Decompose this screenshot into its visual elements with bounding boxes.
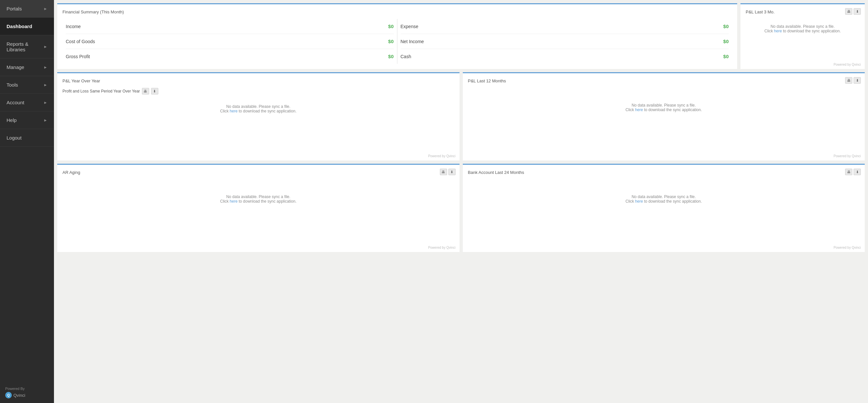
print-icon[interactable]: 🖶 bbox=[845, 169, 852, 175]
cash-value: $0 bbox=[723, 54, 729, 59]
bank-account-no-data: No data available. Please sync a file. C… bbox=[468, 195, 860, 204]
sidebar-item-help[interactable]: Help ► bbox=[0, 111, 54, 129]
pl-yoy-chart-label: Profit and Loss Same Period Year Over Ye… bbox=[62, 89, 140, 94]
sidebar-item-dashboard-label: Dashboard bbox=[6, 24, 32, 29]
chevron-right-icon: ► bbox=[43, 6, 48, 11]
row-3: AR Aging 🖶 ⬇ No data available. Please s… bbox=[57, 164, 865, 252]
income-row: Income $0 bbox=[66, 19, 394, 34]
sync-link-text: Click here to download the sync applicat… bbox=[746, 29, 860, 33]
pl-last-12mo-card: P&L Last 12 Months 🖶 ⬇ No data available… bbox=[463, 72, 865, 161]
pl-last-3mo-title: P&L Last 3 Mo. bbox=[746, 9, 860, 14]
sidebar: Portals ► Dashboard Reports & Libraries … bbox=[0, 0, 54, 403]
sidebar-item-reports-libraries[interactable]: Reports & Libraries ► bbox=[0, 35, 54, 59]
pl-last-3mo-powered-by: Powered by Qvinci bbox=[834, 63, 861, 66]
cash-row: Cash $0 bbox=[401, 49, 729, 64]
chevron-right-icon: ► bbox=[43, 118, 48, 123]
sidebar-item-tools[interactable]: Tools ► bbox=[0, 76, 54, 94]
pl-last-12mo-powered-by: Powered by Qvinci bbox=[834, 154, 861, 158]
no-data-text: No data available. Please sync a file. bbox=[62, 104, 454, 109]
bank-account-card: Bank Account Last 24 Months 🖶 ⬇ No data … bbox=[463, 164, 865, 252]
sidebar-item-account[interactable]: Account ► bbox=[0, 94, 54, 111]
print-icon[interactable]: 🖶 bbox=[845, 8, 852, 15]
income-value: $0 bbox=[388, 24, 394, 29]
gross-profit-label: Gross Profit bbox=[66, 54, 90, 59]
income-label: Income bbox=[66, 24, 81, 29]
pl-last-12mo-icons: 🖶 ⬇ bbox=[845, 77, 861, 84]
financial-summary-card: Financial Summary (This Month) Income $0… bbox=[57, 3, 737, 69]
sync-link[interactable]: here bbox=[229, 199, 238, 204]
yoy-print-icon[interactable]: 🖶 bbox=[142, 88, 149, 95]
pl-yoy-title: P&L Year Over Year bbox=[62, 78, 454, 83]
sync-link-text: Click here to download the sync applicat… bbox=[62, 199, 454, 204]
print-icon[interactable]: 🖶 bbox=[440, 169, 447, 175]
download-icon[interactable]: ⬇ bbox=[854, 77, 861, 84]
sidebar-item-logout-label: Logout bbox=[6, 135, 22, 140]
bank-account-title: Bank Account Last 24 Months bbox=[468, 170, 860, 175]
dashboard-grid: Financial Summary (This Month) Income $0… bbox=[54, 0, 868, 255]
sync-link[interactable]: here bbox=[635, 107, 643, 112]
pl-yoy-powered-by: Powered by Qvinci bbox=[428, 154, 455, 158]
no-data-text: No data available. Please sync a file. bbox=[468, 103, 860, 107]
financial-summary-left-col: Income $0 Cost of Goods $0 Gross Profit … bbox=[62, 19, 397, 64]
chevron-right-icon: ► bbox=[43, 65, 48, 70]
expense-value: $0 bbox=[723, 24, 729, 29]
net-income-label: Net Income bbox=[401, 39, 424, 44]
powered-by-label: Powered By bbox=[5, 387, 25, 391]
ar-aging-title: AR Aging bbox=[62, 170, 454, 175]
financial-summary-title: Financial Summary (This Month) bbox=[62, 9, 732, 14]
cost-of-goods-value: $0 bbox=[388, 39, 394, 44]
financial-summary-grid: Income $0 Cost of Goods $0 Gross Profit … bbox=[62, 19, 732, 64]
chevron-right-icon: ► bbox=[43, 100, 48, 105]
pl-last-3mo-card: P&L Last 3 Mo. 🖶 ⬇ No data available. Pl… bbox=[740, 3, 865, 69]
qvinci-brand: Q Qvinci bbox=[5, 392, 49, 398]
bank-account-powered-by: Powered by Qvinci bbox=[834, 246, 861, 249]
sync-link-text: Click here to download the sync applicat… bbox=[468, 107, 860, 112]
print-icon[interactable]: 🖶 bbox=[845, 77, 852, 84]
yoy-download-icon[interactable]: ⬇ bbox=[151, 88, 158, 95]
pl-yoy-chart-label-row: Profit and Loss Same Period Year Over Ye… bbox=[62, 88, 454, 95]
cost-of-goods-row: Cost of Goods $0 bbox=[66, 34, 394, 49]
sync-link-text: Click here to download the sync applicat… bbox=[468, 199, 860, 204]
no-data-text: No data available. Please sync a file. bbox=[62, 195, 454, 199]
ar-aging-powered-by: Powered by Qvinci bbox=[428, 246, 455, 249]
row-1: Financial Summary (This Month) Income $0… bbox=[57, 3, 865, 69]
download-icon[interactable]: ⬇ bbox=[448, 169, 456, 175]
no-data-text: No data available. Please sync a file. bbox=[468, 195, 860, 199]
main-content: Financial Summary (This Month) Income $0… bbox=[54, 0, 868, 403]
sidebar-item-logout[interactable]: Logout bbox=[0, 129, 54, 147]
sidebar-powered: Powered By Q Qvinci bbox=[0, 381, 54, 403]
pl-yoy-no-data: No data available. Please sync a file. C… bbox=[62, 104, 454, 113]
expense-row: Expense $0 bbox=[401, 19, 729, 34]
sync-link-text: Click here to download the sync applicat… bbox=[62, 109, 454, 113]
ar-aging-icons: 🖶 ⬇ bbox=[440, 169, 456, 175]
cost-of-goods-label: Cost of Goods bbox=[66, 39, 95, 44]
sidebar-item-dashboard[interactable]: Dashboard bbox=[0, 18, 54, 35]
ar-aging-card: AR Aging 🖶 ⬇ No data available. Please s… bbox=[57, 164, 460, 252]
sidebar-item-help-label: Help bbox=[6, 117, 17, 123]
financial-summary-right-col: Expense $0 Net Income $0 Cash $0 bbox=[397, 19, 732, 64]
ar-aging-no-data: No data available. Please sync a file. C… bbox=[62, 195, 454, 204]
pl-last-3mo-icons: 🖶 ⬇ bbox=[845, 8, 861, 15]
pl-last-12mo-no-data: No data available. Please sync a file. C… bbox=[468, 103, 860, 112]
sidebar-item-manage-label: Manage bbox=[6, 64, 24, 70]
sidebar-item-manage[interactable]: Manage ► bbox=[0, 59, 54, 76]
row-2: P&L Year Over Year Profit and Loss Same … bbox=[57, 72, 865, 161]
sidebar-item-portals-label: Portals bbox=[6, 6, 22, 11]
sidebar-item-tools-label: Tools bbox=[6, 82, 18, 88]
download-icon[interactable]: ⬇ bbox=[854, 169, 861, 175]
sync-link[interactable]: here bbox=[774, 29, 782, 33]
pl-last-3mo-no-data: No data available. Please sync a file. C… bbox=[746, 24, 860, 33]
download-icon[interactable]: ⬇ bbox=[854, 8, 861, 15]
sidebar-item-portals[interactable]: Portals ► bbox=[0, 0, 54, 18]
sync-link[interactable]: here bbox=[635, 199, 643, 204]
qvinci-brand-name: Qvinci bbox=[13, 393, 25, 398]
gross-profit-row: Gross Profit $0 bbox=[66, 49, 394, 64]
no-data-text: No data available. Please sync a file. bbox=[746, 24, 860, 29]
cash-label: Cash bbox=[401, 54, 411, 59]
net-income-row: Net Income $0 bbox=[401, 34, 729, 49]
sync-link[interactable]: here bbox=[229, 109, 238, 113]
pl-yoy-card: P&L Year Over Year Profit and Loss Same … bbox=[57, 72, 460, 161]
pl-last-12mo-title: P&L Last 12 Months bbox=[468, 78, 860, 83]
net-income-value: $0 bbox=[723, 39, 729, 44]
expense-label: Expense bbox=[401, 24, 418, 29]
